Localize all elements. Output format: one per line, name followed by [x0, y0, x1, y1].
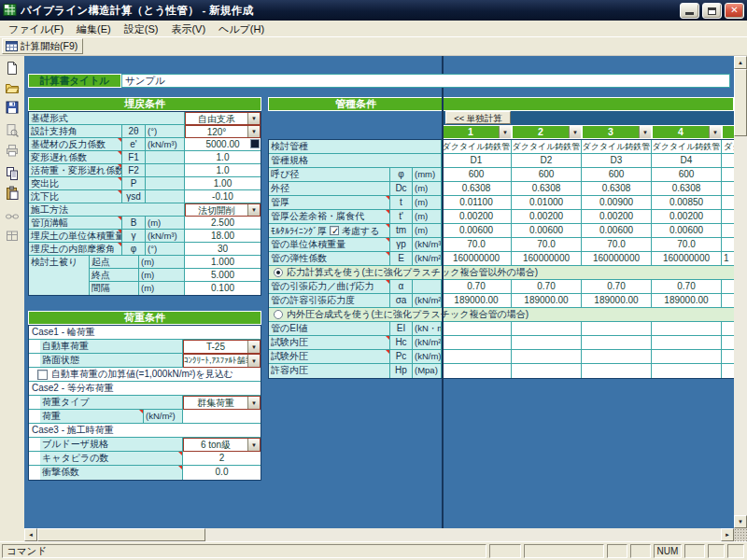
value-cell[interactable]: D2 [512, 154, 582, 168]
value-cell[interactable]: 600 [512, 168, 582, 182]
value-cell[interactable]: ダクタイル鋳鉄管 [652, 140, 722, 154]
dropdown-arrow-icon[interactable] [247, 126, 260, 137]
value-cell[interactable]: 0.70 [652, 280, 722, 294]
value-cell[interactable] [652, 336, 722, 350]
value-cell[interactable]: 0.01100 [442, 196, 512, 210]
pressure-formula-radio[interactable] [274, 310, 283, 319]
value-cell[interactable] [442, 364, 512, 378]
scroll-right-button[interactable] [721, 528, 734, 541]
value-cell[interactable]: 0.00600 [652, 224, 722, 238]
value-cell[interactable]: 160000000 [442, 252, 512, 266]
value-cell[interactable] [652, 350, 722, 364]
value-cell[interactable] [722, 168, 734, 182]
value-cell[interactable]: 0.01000 [512, 196, 582, 210]
value-cell[interactable] [512, 336, 582, 350]
value-cell[interactable]: -0.10 [185, 190, 261, 203]
value-cell[interactable]: 0.00850 [652, 196, 722, 210]
value-cell[interactable]: 189000.00 [512, 294, 582, 308]
value-cell[interactable] [722, 238, 734, 252]
value-cell[interactable] [652, 364, 722, 378]
pane-splitter[interactable] [442, 56, 444, 528]
dropdown-arrow-icon[interactable] [247, 113, 260, 124]
paste-icon[interactable] [3, 184, 21, 202]
value-cell[interactable]: 160000000 [652, 252, 722, 266]
menu-file[interactable]: ファイル(F) [2, 21, 70, 37]
value-cell[interactable] [722, 322, 734, 336]
value-cell[interactable]: D3 [582, 154, 652, 168]
report-title-input[interactable]: サンプル [121, 74, 730, 88]
value-cell[interactable]: 0.6308 [652, 182, 722, 196]
value-cell[interactable]: 0.00200 [512, 210, 582, 224]
value-cell[interactable]: ダク [722, 140, 734, 154]
support-angle-dropdown[interactable]: 120° [185, 125, 261, 138]
value-cell[interactable] [582, 350, 652, 364]
value-cell[interactable]: 30 [185, 243, 261, 256]
value-cell[interactable] [442, 322, 512, 336]
menu-edit[interactable]: 編集(E) [70, 21, 118, 37]
value-cell[interactable]: 0.00600 [512, 224, 582, 238]
value-cell[interactable]: 70.0 [442, 238, 512, 252]
value-cell[interactable]: 0.6308 [512, 182, 582, 196]
value-cell[interactable] [442, 350, 512, 364]
dropdown-arrow-icon[interactable] [639, 126, 651, 138]
close-button[interactable] [725, 3, 744, 19]
value-cell[interactable] [582, 322, 652, 336]
value-cell[interactable]: 189000.00 [582, 294, 652, 308]
calc-start-button[interactable]: 計算開始(F9) [2, 38, 83, 54]
value-cell[interactable]: ダクタイル鋳鉄管 [442, 140, 512, 154]
value-cell[interactable]: 0.00600 [442, 224, 512, 238]
bulldozer-dropdown[interactable]: 6 ton級 [183, 438, 261, 452]
dropdown-arrow-icon[interactable] [569, 126, 581, 138]
value-cell[interactable]: 0.70 [442, 280, 512, 294]
road-surface-dropdown[interactable]: ｺﾝｸﾘｰﾄ,ｱｽﾌｧﾙﾄ舗装 [183, 354, 261, 368]
value-cell[interactable] [512, 350, 582, 364]
dropdown-arrow-icon[interactable] [247, 439, 260, 451]
value-cell[interactable]: 1.000 [185, 256, 261, 269]
value-cell[interactable] [722, 336, 734, 350]
dropdown-arrow-icon[interactable] [709, 126, 721, 138]
horizontal-scroll-thumb[interactable] [37, 528, 205, 541]
value-cell[interactable]: 5.000 [185, 269, 261, 282]
value-cell[interactable]: 0.00900 [582, 196, 652, 210]
value-cell[interactable]: 70.0 [512, 238, 582, 252]
restore-button[interactable] [702, 3, 722, 19]
scroll-up-button[interactable] [734, 56, 747, 69]
detail-button[interactable] [250, 139, 260, 148]
value-cell[interactable]: 2 [183, 452, 261, 466]
value-cell[interactable]: D1 [442, 154, 512, 168]
menu-view[interactable]: 表示(V) [164, 21, 212, 37]
foundation-type-dropdown[interactable]: 自由支承 [185, 112, 261, 125]
value-cell[interactable] [652, 322, 722, 336]
value-cell[interactable] [722, 364, 734, 378]
value-cell[interactable]: 1.00 [185, 177, 261, 190]
value-cell[interactable]: ダクタイル鋳鉄管 [512, 140, 582, 154]
scroll-down-button[interactable] [734, 515, 747, 528]
value-cell[interactable] [722, 210, 734, 224]
load-type-dropdown[interactable]: 群集荷重 [183, 396, 261, 410]
menu-help[interactable]: ヘルプ(H) [212, 21, 271, 37]
copy-icon[interactable] [3, 164, 21, 182]
value-cell[interactable]: 0.00200 [582, 210, 652, 224]
new-file-icon[interactable] [3, 59, 21, 77]
dropdown-arrow-icon[interactable] [247, 397, 260, 409]
minimize-button[interactable] [680, 3, 699, 19]
value-cell[interactable]: 600 [582, 168, 652, 182]
single-calc-button[interactable]: << 単独計算 [445, 111, 511, 124]
dropdown-arrow-icon[interactable] [499, 126, 511, 138]
menu-settings[interactable]: 設定(S) [118, 21, 165, 37]
value-cell[interactable]: 189000.00 [652, 294, 722, 308]
vertical-scroll-thumb[interactable] [734, 69, 747, 136]
value-cell[interactable] [722, 154, 734, 168]
value-cell[interactable]: 0.70 [582, 280, 652, 294]
value-cell[interactable]: 600 [652, 168, 722, 182]
value-cell[interactable]: 0.6308 [442, 182, 512, 196]
value-cell[interactable] [722, 182, 734, 196]
value-cell[interactable]: 0.00200 [652, 210, 722, 224]
value-cell[interactable] [722, 196, 734, 210]
value-cell[interactable]: 70.0 [652, 238, 722, 252]
value-cell[interactable]: 1 [722, 252, 734, 266]
value-cell[interactable] [183, 410, 261, 424]
value-cell[interactable]: 0.100 [185, 282, 261, 295]
value-cell[interactable]: 1.0 [185, 151, 261, 164]
value-cell[interactable] [722, 280, 734, 294]
